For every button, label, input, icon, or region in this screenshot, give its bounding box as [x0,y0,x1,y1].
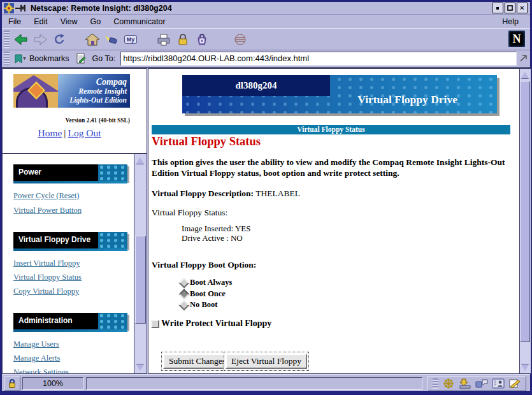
menu-help[interactable]: Help [496,16,525,27]
radio-label: No Boot [190,300,217,310]
lock-icon [8,378,17,389]
stop-button[interactable] [231,31,250,48]
bookmarks-button[interactable]: Bookmarks [29,54,69,63]
shop-button[interactable] [192,31,212,48]
component-bar [428,376,526,391]
sidebar-link-manage-users[interactable]: Manage Users [13,340,59,349]
search-icon [104,33,119,46]
url-input[interactable] [120,52,517,66]
my-netscape-button[interactable]: My [121,31,140,48]
app-gear-icon [4,3,14,13]
image-inserted-line: Image Inserted: YES [182,224,251,234]
my-netscape-icon: My [124,35,138,44]
section-title: Administration [18,316,73,325]
menu-bar: File Edit View Go Communicator Help [2,15,530,28]
security-status-button[interactable] [4,377,20,391]
radio-diamond-icon[interactable] [179,277,190,288]
status-bar: 100% [2,374,530,392]
sidebar-link-copy-virtual-floppy[interactable]: Copy Virtual Floppy [13,287,79,296]
print-icon [156,33,171,46]
section-header-administration: Administration [13,313,127,329]
menu-view[interactable]: View [54,16,84,27]
brand-line1: Compaq [58,77,127,87]
sidebar-link-power-cycle[interactable]: Power Cycle (Reset) [13,191,79,201]
back-button[interactable] [11,31,31,48]
brand-line2: Remote Insight [58,87,127,96]
back-icon [13,33,29,46]
scroll-up-arrow[interactable] [520,70,529,80]
submit-changes-button[interactable]: Submit Changes [163,354,231,369]
drive-active-line: Drive Active : NO [182,234,251,243]
section-title: Power [18,168,41,176]
minimize-button[interactable] [492,3,503,13]
radio-boot-once[interactable]: Boot Once [180,289,226,299]
window-title: Netscape: Remote Insight: dl380g204 [31,4,172,13]
menu-communicator[interactable]: Communicator [107,16,171,27]
window-pin-icon [15,4,27,12]
close-button[interactable]: ✕ [517,3,528,13]
location-page-icon[interactable] [76,53,86,64]
sidebar-header-frame: Compaq Remote Insight Lights-Out Edition… [2,68,147,154]
maximize-button[interactable] [505,3,515,13]
search-button[interactable] [102,31,121,48]
locationbar-grip[interactable] [4,52,10,66]
netscape-logo[interactable]: N [508,31,525,47]
component-bar-grip[interactable] [433,378,438,389]
reload-icon [52,33,66,46]
header-texture [98,232,127,248]
sidebar-link-insert-virtual-floppy[interactable]: Insert Virtual Floppy [13,259,80,268]
sidebar-link-virtual-floppy-status[interactable]: Virtual Floppy Status [13,273,82,282]
banner-host-box: dl380g204 [182,75,330,96]
navigator-icon[interactable] [440,378,457,389]
menu-edit[interactable]: Edit [27,16,54,27]
radio-label: Boot Once [190,289,226,299]
sidebar-link-network-settings[interactable]: Network Settings [13,368,69,374]
write-protect-label: Write Protect Virtual Floppy [161,319,271,329]
title-bar[interactable]: Netscape: Remote Insight: dl380g204 ✕ [2,2,530,15]
main-content-frame: dl380g204 Virtual Floppy Drive Virtual F… [148,68,531,374]
radio-diamond-icon-selected[interactable] [179,289,190,299]
sidebar-link-virtual-power-button[interactable]: Virtual Power Button [13,206,82,215]
home-icon [85,33,100,46]
mailbox-icon[interactable] [457,378,473,389]
home-button[interactable] [83,31,102,48]
eject-virtual-floppy-button[interactable]: Eject Virtual Floppy [226,354,307,369]
floppy-status-label: Virtual Floppy Status: [152,208,227,218]
scrollbar-thumb[interactable] [135,236,146,324]
scroll-down-arrow[interactable] [520,363,529,372]
sidebar-nav-frame: Power Power Cycle (Reset) Virtual Power … [2,154,147,374]
logout-link[interactable]: Log Out [68,127,101,138]
submit-changes-button-wrap: Submit Changes [161,352,233,371]
menu-go[interactable]: Go [84,16,108,27]
scroll-up-arrow[interactable] [135,155,145,165]
scrollbar-thumb[interactable] [520,81,530,342]
home-link[interactable]: Home [38,127,62,138]
discussions-icon[interactable] [473,378,490,389]
brand-line3: Lights-Out Edition [58,96,127,104]
address-book-icon[interactable] [490,378,507,389]
print-button[interactable] [154,31,173,48]
floppy-status-values: Image Inserted: YES Drive Active : NO [182,224,251,243]
menu-file[interactable]: File [2,16,27,27]
bookmarks-icon [14,54,27,64]
sidebar-scrollbar[interactable] [134,154,147,373]
composer-icon[interactable] [507,378,523,389]
header-texture [98,313,127,329]
write-protect-checkbox[interactable] [151,320,159,328]
intro-paragraph: This option gives the user the ability t… [152,157,510,178]
radio-boot-always[interactable]: Boot Always [180,278,232,287]
url-dropdown-button[interactable] [519,52,528,65]
forward-button[interactable] [31,31,50,48]
scroll-down-arrow[interactable] [135,363,145,372]
security-button[interactable] [173,31,192,48]
radio-diamond-icon[interactable] [179,299,190,310]
write-protect-row[interactable]: Write Protect Virtual Floppy [151,319,271,329]
goto-label: Go To: [92,54,116,63]
stop-icon [234,33,247,46]
reload-button[interactable] [50,31,69,48]
toolbar-grip[interactable] [4,31,10,47]
main-scrollbar[interactable] [519,69,531,373]
radio-no-boot[interactable]: No Boot [180,300,217,310]
eject-virtual-floppy-button-wrap: Eject Virtual Floppy [224,352,309,371]
sidebar-link-manage-alerts[interactable]: Manage Alerts [13,354,60,363]
